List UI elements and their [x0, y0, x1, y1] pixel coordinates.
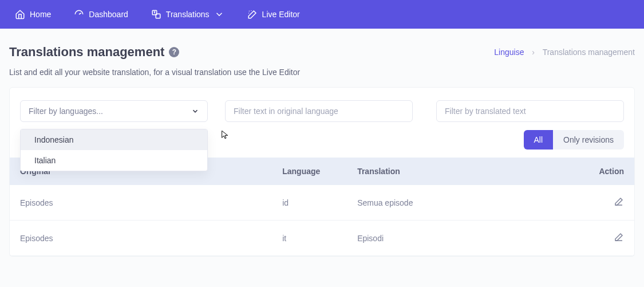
page-header: Translations management ? Linguise › Tra… [0, 29, 644, 65]
page-title-text: Translations management [9, 45, 164, 60]
cell-action [572, 221, 634, 256]
nav-live-editor-label: Live Editor [262, 10, 300, 19]
cell-translation: Semua episode [347, 185, 572, 221]
filter-card: Filter by languages... Indonesian Italia… [9, 87, 635, 257]
help-icon[interactable]: ? [169, 47, 179, 57]
chevron-down-icon [191, 107, 199, 115]
language-filter[interactable]: Filter by languages... Indonesian Italia… [20, 100, 208, 122]
page-subtitle: List and edit all your website translati… [0, 65, 644, 87]
chevron-down-icon [214, 9, 224, 19]
nav-home[interactable]: Home [6, 5, 60, 24]
table-row: Episodes it Episodi [10, 221, 634, 256]
breadcrumb-root[interactable]: Linguise [494, 48, 524, 57]
edit-icon[interactable] [614, 232, 624, 242]
language-option-italian[interactable]: Italian [21, 150, 207, 171]
cell-action [572, 185, 634, 221]
home-icon [15, 9, 25, 19]
cell-language: id [272, 185, 347, 221]
cell-original: Episodes [10, 221, 272, 256]
breadcrumb-current: Translations management [543, 48, 635, 57]
revision-toggle: All Only revisions [524, 130, 624, 150]
language-dropdown: Indonesian Italian [20, 129, 208, 171]
language-filter-box[interactable]: Filter by languages... [20, 100, 208, 122]
toggle-all[interactable]: All [524, 130, 554, 150]
page-title: Translations management ? [9, 45, 179, 60]
col-translation: Translation [347, 158, 572, 185]
nav-translations[interactable]: Translations [142, 5, 234, 24]
toggle-revisions[interactable]: Only revisions [553, 130, 624, 150]
cell-original: Episodes [10, 185, 272, 221]
col-language: Language [272, 158, 347, 185]
edit-icon[interactable] [614, 196, 624, 207]
nav-translations-label: Translations [166, 10, 210, 19]
nav-home-label: Home [30, 10, 51, 19]
cell-translation: Episodi [347, 221, 572, 256]
gauge-icon [74, 9, 84, 19]
translate-icon [151, 9, 161, 19]
col-action: Action [572, 158, 634, 185]
filter-row: Filter by languages... Indonesian Italia… [10, 100, 634, 130]
nav-dashboard[interactable]: Dashboard [65, 5, 137, 24]
top-nav: Home Dashboard Translations Live Editor [0, 0, 644, 29]
table-row: Episodes id Semua episode [10, 185, 634, 221]
wand-icon [247, 9, 258, 19]
translated-text-filter[interactable] [436, 100, 624, 122]
nav-live-editor[interactable]: Live Editor [238, 5, 309, 24]
translations-table: Original Language Translation Action Epi… [10, 158, 634, 256]
nav-dashboard-label: Dashboard [89, 10, 128, 19]
breadcrumb: Linguise › Translations management [494, 48, 635, 57]
language-filter-placeholder: Filter by languages... [29, 107, 103, 116]
breadcrumb-sep: › [532, 48, 535, 57]
language-option-indonesian[interactable]: Indonesian [21, 129, 207, 150]
original-text-filter[interactable] [225, 100, 413, 122]
cell-language: it [272, 221, 347, 256]
